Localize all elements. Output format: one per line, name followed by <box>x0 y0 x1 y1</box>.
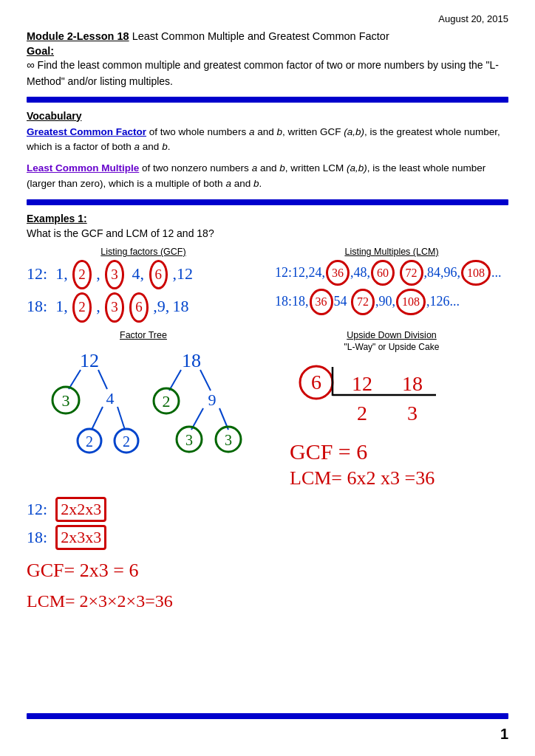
factors-12-text: 12: <box>27 264 52 283</box>
svg-line-0 <box>69 370 81 389</box>
multiple-18-108-circled: 108 <box>396 289 426 315</box>
lcm-result-right: LCM= 6x2 x3 =36 <box>290 467 508 489</box>
svg-line-4 <box>117 407 125 430</box>
svg-line-8 <box>200 370 211 391</box>
page-number: 1 <box>500 726 508 743</box>
blue-bar-1 <box>27 97 508 103</box>
factor-tree-label: Factor Tree <box>27 330 260 340</box>
svg-line-7 <box>169 370 181 391</box>
tree-18-3a: 3 <box>185 432 193 448</box>
dividend-12: 12 <box>352 372 372 395</box>
gcf-term: Greatest Common Factor <box>27 126 146 137</box>
tree-18-root: 18 <box>182 350 201 371</box>
tree-18-9: 9 <box>208 391 217 409</box>
upside-down-col: Upside Down Division "L-Way" or Upside C… <box>268 330 508 489</box>
lcm-from-tree: LCM= 2×3×2×3=36 <box>27 588 260 614</box>
vocab-label: Vocabulary <box>27 110 508 122</box>
multiple-18-72-circled: 72 <box>351 289 375 315</box>
gcf-from-tree: GCF= 2x3 = 6 <box>27 556 260 585</box>
infinity-symbol: ∞ <box>27 58 35 71</box>
header-title: Module 2-Lesson 18 Least Common Multiple… <box>27 30 508 42</box>
divisor-6: 6 <box>311 371 321 394</box>
tree-18-3b: 3 <box>225 432 232 448</box>
factors-12: 12: 1, 2 , 3 4, 6 ,12 <box>27 260 260 289</box>
goal-label: Goal: <box>27 45 54 57</box>
date: August 20, 2015 <box>27 13 508 24</box>
multiple-12-72-circled: 72 <box>400 260 423 286</box>
lcm-term: Least Common Multiple <box>27 162 139 173</box>
listing-factors-label: Listing factors (GCF) <box>27 247 260 257</box>
factor-12-3-circled: 3 <box>105 260 124 289</box>
methods-row: Listing factors (GCF) 12: 1, 2 , 3 4, 6 … <box>27 247 508 323</box>
tree-18-2: 2 <box>163 392 171 410</box>
result-3: 3 <box>407 402 418 425</box>
goal-section: Goal: ∞ Find the least common multiple a… <box>27 45 508 89</box>
gcf-result-right: GCF = 6 <box>290 439 508 464</box>
tree-12-2a: 2 <box>86 433 93 450</box>
gcf-definition: Greatest Common Factor of two whole numb… <box>27 125 508 156</box>
blue-bar-2 <box>27 199 508 205</box>
factor-18-6-circled: 6 <box>129 292 149 322</box>
prime-18-box: 2x3x3 <box>55 525 106 550</box>
tree-12-2b: 2 <box>123 433 130 450</box>
lcm-definition: Least Common Multiple of two nonzero num… <box>27 161 508 192</box>
multiple-12-60-circled: 60 <box>371 260 395 286</box>
multiple-18-36-circled: 36 <box>310 289 333 315</box>
right-spacer <box>268 497 508 614</box>
listing-multiples-label: Listing Multiples (LCM) <box>275 247 508 257</box>
multiples-18: 18:18,3654 72,90,108,126... <box>275 289 508 315</box>
page: August 20, 2015 Module 2-Lesson 18 Least… <box>0 0 535 756</box>
dividend-18: 18 <box>402 372 423 395</box>
factor-12-2-circled: 2 <box>72 260 92 289</box>
module-label: Module 2-Lesson 18 <box>27 30 129 42</box>
tree-division-row: Factor Tree 12 3 4 2 <box>27 330 508 489</box>
examples-label: Examples 1: <box>27 213 508 224</box>
prime-12-box: 2x2x3 <box>55 497 106 522</box>
svg-line-1 <box>98 370 107 389</box>
tree-12-3: 3 <box>62 391 70 410</box>
examples-question: What is the GCF and LCM of 12 and 18? <box>27 227 508 239</box>
upside-down-sublabel: "L-Way" or Upside Cake <box>275 342 508 352</box>
blue-bar-3 <box>27 713 508 719</box>
result-2: 2 <box>357 402 367 425</box>
svg-line-3 <box>92 407 103 430</box>
bottom-section: 12: 2x2x3 18: 2x3x3 GCF= 2x3 = 6 LCM= 2×… <box>27 497 508 614</box>
upside-down-division-svg: 6 12 18 2 3 <box>288 357 495 438</box>
multiple-12-108-circled: 108 <box>461 260 491 286</box>
multiples-12: 12:12,24,36,48,60 72,84,96,108... <box>275 260 508 286</box>
listing-factors-col: Listing factors (GCF) 12: 1, 2 , 3 4, 6 … <box>27 247 268 323</box>
factor-tree-svg: 12 3 4 2 2 18 <box>36 345 251 485</box>
tree-12-4: 4 <box>106 389 115 408</box>
factor-12-6-circled: 6 <box>149 260 168 289</box>
factor-18-2-circled: 2 <box>72 292 92 322</box>
factors-18: 18: 1, 2 , 3 6 ,9, 18 <box>27 292 260 322</box>
goal-text: ∞ Find the least common multiple and gre… <box>27 59 499 87</box>
tree-12-root: 12 <box>80 350 99 371</box>
prime-12-line: 12: 2x2x3 <box>27 497 260 522</box>
upside-down-label: Upside Down Division <box>275 330 508 340</box>
prime-factors-col: 12: 2x2x3 18: 2x3x3 GCF= 2x3 = 6 LCM= 2×… <box>27 497 268 614</box>
prime-18-line: 18: 2x3x3 <box>27 525 260 550</box>
factor-tree-col: Factor Tree 12 3 4 2 <box>27 330 268 485</box>
header-subtitle: Least Common Multiple and Greatest Commo… <box>132 30 389 42</box>
multiple-12-36-circled: 36 <box>326 260 350 286</box>
factor-18-3-circled: 3 <box>105 292 124 322</box>
listing-multiples-col: Listing Multiples (LCM) 12:12,24,36,48,6… <box>268 247 508 323</box>
